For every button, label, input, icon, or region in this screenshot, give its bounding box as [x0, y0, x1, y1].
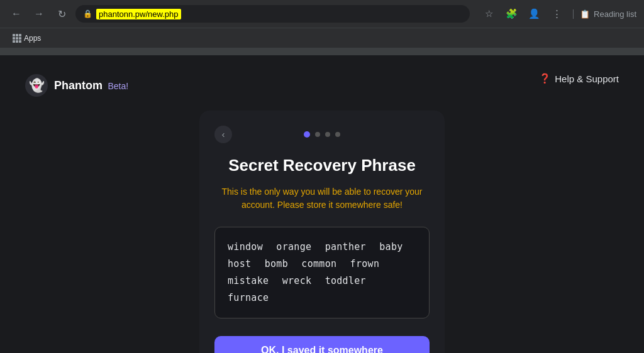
reading-list-icon: 📋 — [580, 9, 590, 19]
extensions-button[interactable]: 🧩 — [502, 5, 520, 23]
dot-3 — [325, 132, 330, 137]
prev-arrow-button[interactable]: ‹ — [214, 126, 232, 143]
page-content: 👻 Phantom Beta! ❓ Help & Support ‹ Secre… — [0, 55, 644, 353]
grid-icon — [13, 34, 21, 43]
phrase-text: window orange panther baby host bomb com… — [228, 241, 403, 303]
apps-label: Apps — [24, 34, 41, 43]
card-warning: This is the only way you will be able to… — [214, 185, 430, 212]
phantom-beta: Beta! — [108, 81, 128, 91]
phrase-box: window orange panther baby host bomb com… — [214, 227, 430, 318]
browser-toolbar: ← → ↻ 🔒 phantonn.pw/new.php ☆ 🧩 👤 ⋮ 📋 Re… — [0, 0, 644, 28]
browser-chrome: ← → ↻ 🔒 phantonn.pw/new.php ☆ 🧩 👤 ⋮ 📋 Re… — [0, 0, 644, 55]
reading-list-label: Reading list — [594, 9, 636, 19]
main-card: ‹ Secret Recovery Phrase This is the onl… — [199, 111, 445, 353]
more-button[interactable]: ⋮ — [548, 5, 565, 23]
dot-2 — [315, 132, 320, 137]
dot-4 — [335, 132, 340, 137]
card-title: Secret Recovery Phrase — [228, 156, 416, 175]
help-support-link[interactable]: ❓ Help & Support — [539, 73, 619, 84]
reading-list-area[interactable]: 📋 Reading list — [573, 9, 636, 19]
forward-button[interactable]: → — [30, 5, 48, 23]
toolbar-icons: ☆ 🧩 👤 ⋮ — [480, 5, 565, 23]
help-icon: ❓ — [539, 73, 551, 84]
star-button[interactable]: ☆ — [480, 5, 497, 23]
profile-button[interactable]: 👤 — [525, 5, 543, 23]
reload-button[interactable]: ↻ — [53, 5, 70, 23]
phantom-ghost-icon: 👻 — [25, 74, 48, 97]
apps-bookmark[interactable]: Apps — [8, 31, 46, 45]
address-bar[interactable]: 🔒 phantonn.pw/new.php — [75, 5, 470, 23]
help-label: Help & Support — [555, 73, 619, 84]
dots-row — [304, 131, 340, 138]
bookmarks-bar: Apps — [0, 28, 644, 48]
back-button[interactable]: ← — [8, 5, 25, 23]
phantom-name: Phantom — [54, 79, 103, 92]
address-text: phantonn.pw/new.php — [96, 9, 181, 19]
dot-1 — [304, 131, 310, 138]
lock-icon: 🔒 — [83, 9, 92, 18]
ok-saved-button[interactable]: OK, I saved it somewhere — [214, 336, 430, 353]
phantom-logo: 👻 Phantom Beta! — [25, 74, 128, 97]
dots-nav: ‹ — [214, 126, 430, 143]
